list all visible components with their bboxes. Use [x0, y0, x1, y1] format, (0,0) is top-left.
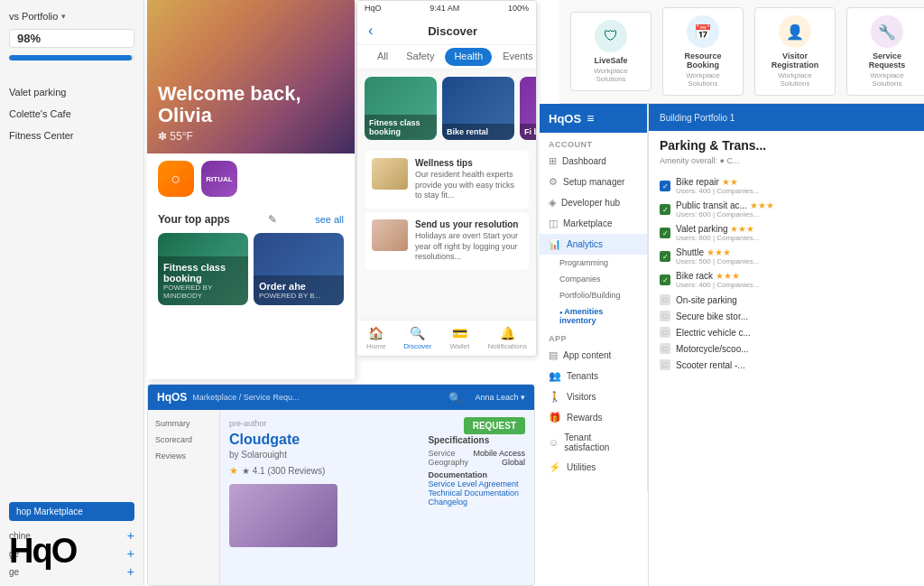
service-nav-reviews[interactable]: Reviews [148, 448, 219, 464]
livesafe-label: LiveSafe [578, 56, 643, 65]
moto-label: Motorcycle/scoo... [676, 344, 749, 354]
progress-bar-container [9, 55, 134, 60]
tenants-icon: 👥 [549, 370, 561, 382]
app-icon-orange[interactable]: ○ [158, 161, 194, 197]
service-header: HqOS Marketplace / Service Requ... 🔍 Ann… [148, 385, 534, 410]
satisfaction-icon: ☺ [549, 437, 559, 448]
transit-info: Public transit ac... ★★★ Users: 600 | Co… [676, 200, 774, 219]
visitors-icon: 🚶 [549, 391, 561, 403]
service-breadcrumb: Marketplace / Service Requ... [192, 393, 299, 402]
vs-portfolio-selector[interactable]: vs Portfolio ▾ [9, 11, 134, 22]
fitness-app-name: Fitness class booking [163, 262, 243, 284]
top-apps-section: Your top apps ✎ see all Fitness class bo… [147, 204, 355, 314]
nav-item-fitness[interactable]: Fitness Center [9, 127, 134, 144]
tab-safety[interactable]: Safety [397, 45, 443, 69]
sidebar-app-content[interactable]: ▤ App content [540, 345, 647, 366]
progress-bar-fill [9, 55, 132, 60]
order-app-sub: POWERED BY B... [259, 292, 338, 300]
tab-events[interactable]: Events [494, 45, 537, 69]
app-card-fitness[interactable]: Fitness class booking POWERED BY MINDBOD… [158, 233, 248, 305]
setup-icon: ⚙ [549, 176, 558, 188]
back-icon[interactable]: ‹ [368, 23, 373, 39]
parking-item-8: □ Motorcycle/scoo... [660, 340, 913, 357]
checkbox-transit[interactable]: ✓ [660, 204, 670, 215]
checkbox-onsite[interactable]: □ [660, 294, 670, 305]
bike-repair-stars: ★★ [722, 177, 738, 187]
discover-header: ‹ Discover [357, 15, 536, 45]
specs-section: Specifications Service Mobile Access Geo… [428, 435, 525, 507]
developer-label: Developer hub [561, 198, 620, 208]
sidebar-analytics[interactable]: 📊 Analytics [540, 234, 647, 255]
tab-health[interactable]: Health [445, 48, 492, 66]
checkbox-secure-bike[interactable]: □ [660, 311, 670, 321]
left-panel: vs Portfolio ▾ 98% Valet parking Colette… [0, 0, 144, 586]
sidebar-setup[interactable]: ⚙ Setup manager [540, 172, 647, 192]
sidebar-developer[interactable]: ◈ Developer hub [540, 192, 647, 213]
marketplace-button[interactable]: hop Marketplace [9, 502, 134, 521]
tech-doc-link[interactable]: Technical Documentation [428, 488, 525, 498]
screenshot-visitor[interactable]: 👤 Visitor Registration Workplace Solutio… [754, 7, 836, 96]
edit-icon[interactable]: ✎ [268, 213, 277, 226]
sidebar-utilities[interactable]: ⚡ Utilities [540, 457, 647, 478]
checkbox-scooter[interactable]: □ [660, 359, 670, 370]
screenshot-livesafe[interactable]: 🛡 LiveSafe Workplace Solutions [570, 12, 651, 91]
menu-icon[interactable]: ≡ [587, 111, 594, 126]
sub-amenities[interactable]: Amenities inventory [540, 303, 647, 329]
service-nav-summary[interactable]: Summary [148, 415, 219, 432]
wallet-icon: 💳 [452, 326, 467, 340]
disc-card-3-label: Fi bo [520, 124, 536, 140]
sidebar-rewards[interactable]: 🎁 Rewards [540, 407, 647, 428]
nav-wallet[interactable]: 💳 Wallet [449, 326, 469, 350]
status-battery: 100% [508, 4, 529, 13]
checkbox-valet[interactable]: ✓ [660, 228, 670, 238]
nav-discover[interactable]: 🔍 Discover [403, 326, 431, 350]
sidebar-tenant-satisfaction[interactable]: ☺ Tenant satisfaction [540, 428, 647, 457]
sub-companies[interactable]: Companies [540, 271, 647, 287]
nav-item-cafe[interactable]: Colette's Cafe [9, 106, 134, 122]
nav-notifications[interactable]: 🔔 Notifications [487, 326, 527, 350]
nav-item-valet[interactable]: Valet parking [9, 84, 134, 100]
hqos-sidebar: HqOS ≡ ACCOUNT ⊞ Dashboard ⚙ Setup manag… [540, 104, 648, 492]
sidebar-marketplace[interactable]: ◫ Marketplace [540, 213, 647, 234]
app-icon-purple[interactable]: RITUAL [201, 161, 237, 197]
spec-service-key: Service [428, 449, 455, 458]
content-icon: ▤ [549, 349, 558, 361]
sidebar-tenants[interactable]: 👥 Tenants [540, 366, 647, 386]
plus-icon-2[interactable]: + [127, 564, 134, 579]
request-button[interactable]: REQUEST [464, 417, 525, 434]
disc-card-3[interactable]: Fi bo [520, 77, 536, 140]
sidebar-dashboard[interactable]: ⊞ Dashboard [540, 151, 647, 172]
rewards-icon: 🎁 [549, 412, 561, 423]
checkbox-ev[interactable]: □ [660, 327, 670, 338]
apps-grid: Fitness class booking POWERED BY MINDBOD… [158, 233, 344, 305]
screenshot-service[interactable]: 🔧 Service Requests Workplace Solutions [846, 7, 924, 96]
analytics-label: Analytics [567, 239, 603, 249]
see-all-link[interactable]: see all [315, 214, 344, 225]
bike-rack-info: Bike rack ★★★ Users: 400 | Companies... [676, 271, 759, 289]
sub-portfolio[interactable]: Portfolio/Building [540, 287, 647, 303]
parking-item-5: □ On-site parking [660, 292, 913, 308]
wellness-text-1: Send us your resolution Holidays are ove… [415, 219, 522, 263]
disc-card-bike[interactable]: Bike rental [442, 77, 514, 140]
top-apps-title: Your top apps [158, 213, 230, 226]
checkbox-bike-rack[interactable]: ✓ [660, 274, 670, 285]
tab-all[interactable]: All [368, 45, 397, 69]
app-card-order[interactable]: Order ahe POWERED BY B... [254, 233, 344, 305]
checkbox-shuttle[interactable]: ✓ [660, 251, 670, 262]
plus-icon-0[interactable]: + [127, 528, 134, 543]
sla-link[interactable]: Service Level Agreement [428, 479, 525, 488]
screenshot-resource[interactable]: 📅 Resource Booking Workplace Solutions [662, 7, 744, 96]
shuttle-sub: Users: 500 | Companies... [676, 257, 759, 265]
plus-icon-1[interactable]: + [127, 546, 134, 561]
checkbox-moto[interactable]: □ [660, 343, 670, 354]
changelog-link[interactable]: Changelog [428, 498, 525, 507]
search-icon[interactable]: 🔍 [448, 392, 462, 405]
service-nav-scorecard[interactable]: Scorecard [148, 432, 219, 448]
user-avatar: Anna Leach ▾ [475, 393, 525, 402]
service-sub: Workplace Solutions [855, 71, 919, 88]
sub-programming[interactable]: Programming [540, 255, 647, 271]
nav-home[interactable]: 🏠 Home [366, 326, 385, 350]
checkbox-bike-repair[interactable]: ✓ [660, 181, 670, 191]
sidebar-visitors[interactable]: 🚶 Visitors [540, 386, 647, 407]
disc-card-fitness[interactable]: Fitness class booking [365, 77, 437, 140]
